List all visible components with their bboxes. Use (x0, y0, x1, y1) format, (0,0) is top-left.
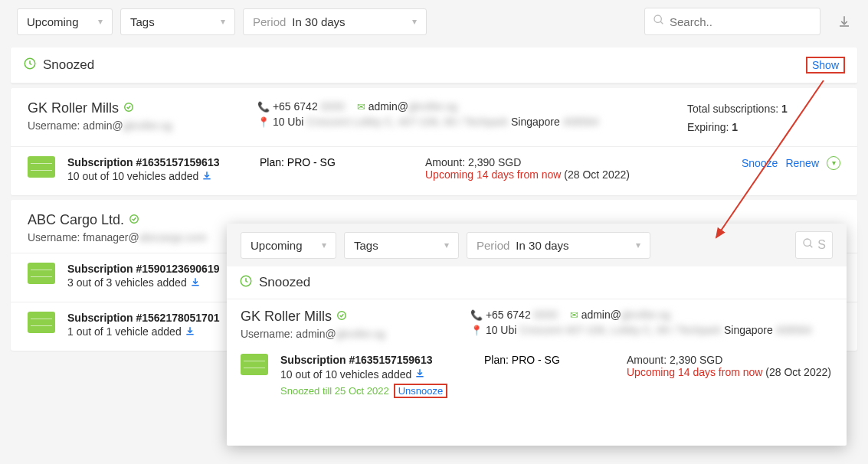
clock-icon (239, 274, 253, 291)
phone: 📞 +65 6742 0000 (257, 100, 345, 113)
username: Username: admin@gkroller.sg (28, 119, 242, 132)
vehicles-count: 3 out of 3 vehicles added (67, 276, 247, 289)
server-icon (28, 263, 55, 284)
address: 📍 10 Ubi Crescent 407-106, Lobby C, 06 /… (470, 324, 811, 336)
svg-line-1 (660, 21, 663, 24)
snoozed-header: Snoozed (227, 266, 847, 299)
download-icon[interactable] (201, 170, 212, 183)
mail-icon: ✉ (357, 101, 365, 113)
company-header-row: GK Roller Mills Username: admin@gkroller… (11, 88, 857, 147)
expiring-label: Expiring: (687, 121, 729, 133)
blurred-text: gkroller.sg (123, 119, 172, 132)
phone: 📞 +65 6742 0000 (470, 309, 558, 321)
download-icon[interactable] (837, 15, 851, 28)
subscription-row: Subscription #1635157159613 10 out of 10… (227, 348, 847, 409)
company-header-row: GK Roller Mills Username: admin@gkroller… (227, 299, 847, 348)
unsnooze-button[interactable]: Unsnooze (394, 384, 448, 398)
snoozed-title: Snoozed (259, 275, 310, 290)
subscription-id: Subscription #1562178051701 (67, 312, 247, 324)
download-icon[interactable] (414, 368, 425, 381)
mail-icon: ✉ (570, 309, 578, 321)
username: Username: admin@gkroller.sg (241, 328, 455, 340)
search-icon (653, 14, 665, 29)
period-select[interactable]: Period In 30 days ▾ (243, 8, 427, 35)
period-select[interactable]: Period In 30 days ▾ (467, 232, 650, 259)
verified-icon (123, 102, 134, 115)
company-name-text: ABC Cargo Ltd. (28, 212, 124, 228)
server-icon (28, 156, 55, 178)
total-subs-label: Total subscriptions: (687, 103, 778, 115)
company-card-gk: GK Roller Mills Username: admin@gkroller… (11, 88, 857, 195)
filter-bar: Upcoming ▾ Tags ▾ Period In 30 days ▾ (0, 0, 868, 43)
phone-icon: 📞 (257, 101, 270, 113)
email: ✉ admin@gkroller.sg (570, 309, 670, 321)
company-name-text: GK Roller Mills (28, 100, 119, 116)
snoozed-till-text: Snoozed till 25 Oct 2022 (280, 385, 389, 397)
tags-label: Tags (130, 15, 155, 28)
upcoming-info: Upcoming 14 days from now (28 Oct 2022) (627, 366, 833, 378)
filter-bar: Upcoming ▾ Tags ▾ Period In 30 days ▾ S (227, 224, 847, 266)
download-icon[interactable] (185, 325, 195, 338)
snoozed-header: Snoozed Show (11, 47, 857, 83)
chevron-down-icon: ▾ (322, 240, 326, 250)
show-button[interactable]: Show (806, 57, 845, 74)
svg-point-0 (654, 15, 661, 22)
phone-icon: 📞 (470, 309, 483, 321)
tags-select[interactable]: Tags ▾ (120, 8, 235, 35)
snoozed-till-row: Snoozed till 25 Oct 2022 Unsnooze (280, 384, 472, 398)
vehicles-count: 10 out of 10 vehicles added (280, 368, 472, 381)
company-name: GK Roller Mills (241, 309, 455, 325)
period-value: In 30 days (292, 15, 345, 28)
upcoming-select[interactable]: Upcoming ▾ (241, 232, 336, 259)
upcoming-info: Upcoming 14 days from now (28 Oct 2022) (425, 168, 729, 181)
upcoming-select[interactable]: Upcoming ▾ (17, 8, 113, 35)
chevron-down-icon: ▾ (412, 16, 417, 27)
pin-icon: 📍 (257, 116, 270, 128)
server-icon (28, 312, 55, 333)
vehicles-count: 10 out of 10 vehicles added (67, 170, 247, 183)
snoozed-title: Snoozed (43, 57, 94, 73)
verified-icon (129, 214, 139, 227)
verified-icon (336, 310, 347, 323)
snooze-link[interactable]: Snooze (742, 157, 778, 169)
server-icon (241, 354, 268, 375)
snoozed-card: Snoozed Show (11, 47, 857, 83)
username: Username: fmanager@abccargo.com (28, 231, 242, 243)
chevron-down-icon: ▾ (98, 16, 103, 27)
chevron-down-icon: ▾ (636, 240, 640, 250)
total-subs-value: 1 (781, 103, 788, 115)
subscription-id: Subscription #1635157159613 (280, 354, 472, 366)
subscription-id: Subscription #1590123690619 (67, 263, 247, 275)
pin-icon: 📍 (470, 325, 483, 336)
vehicles-count: 1 out of 1 vehicle added (67, 325, 247, 338)
chevron-down-icon: ▾ (221, 16, 225, 27)
email: ✉ admin@gkroller.sg (357, 100, 457, 113)
subscription-id: Subscription #1635157159613 (67, 156, 247, 168)
search-input[interactable] (670, 15, 812, 28)
upcoming-label: Upcoming (27, 15, 79, 28)
company-name: ABC Cargo Ltd. (28, 212, 242, 228)
expand-icon[interactable]: ▾ (827, 156, 840, 170)
address: 📍 10 Ubi Crescent Lobby C, 407-106, 06 /… (257, 116, 598, 128)
expiring-value: 1 (732, 121, 738, 133)
clock-icon (23, 57, 37, 74)
search-box[interactable]: S (795, 231, 833, 259)
amount: Amount: 2,390 SGD (627, 354, 833, 366)
period-label: Period (253, 15, 286, 28)
download-icon[interactable] (190, 276, 201, 289)
search-icon (802, 237, 814, 253)
svg-line-6 (810, 245, 812, 247)
plan: Plan: PRO - SG (484, 354, 614, 366)
svg-point-5 (804, 239, 811, 246)
expanded-snoozed-panel: Upcoming ▾ Tags ▾ Period In 30 days ▾ S … (227, 224, 847, 446)
subscription-row: Subscription #1635157159613 10 out of 10… (11, 147, 857, 195)
tags-select[interactable]: Tags ▾ (344, 232, 459, 259)
plan: Plan: PRO - SG (260, 156, 413, 168)
search-box[interactable] (644, 8, 821, 35)
company-name: GK Roller Mills (28, 100, 242, 116)
chevron-down-icon: ▾ (444, 240, 449, 250)
renew-link[interactable]: Renew (785, 157, 819, 169)
amount: Amount: 2,390 SGD (425, 156, 729, 168)
